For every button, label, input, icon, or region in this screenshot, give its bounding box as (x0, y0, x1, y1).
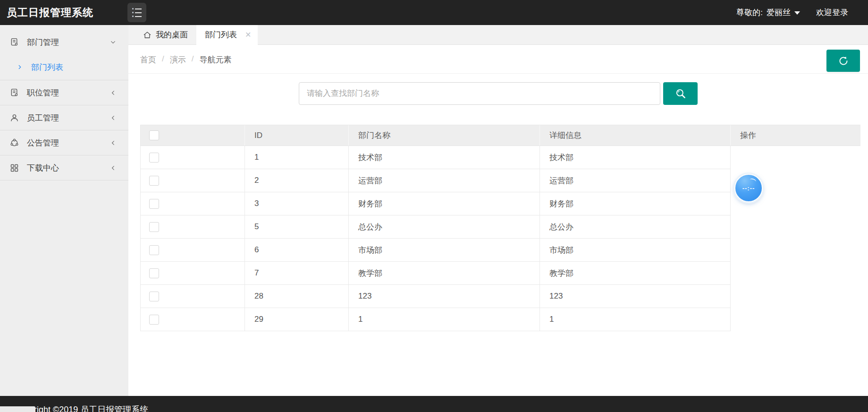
cell-info: 市场部 (540, 239, 731, 262)
breadcrumb: 首页/演示/导航元素 (140, 54, 231, 65)
chevron-left-icon (110, 165, 116, 171)
table-wrap: ID部门名称详细信息操作 1技术部技术部2运营部运营部3财务部财务部5总公办总公… (140, 125, 860, 331)
cell-operations (731, 215, 860, 239)
cell-info: 1 (540, 308, 731, 331)
username: 爱丽丝 (767, 7, 791, 18)
department-table: ID部门名称详细信息操作 1技术部技术部2运营部运营部3财务部财务部5总公办总公… (140, 125, 860, 331)
chevron-down-icon (110, 39, 116, 45)
contacts-icon (9, 37, 19, 47)
cell-name: 财务部 (349, 192, 540, 215)
cell-operations (731, 285, 860, 308)
row-checkbox[interactable] (149, 292, 159, 301)
chevron-left-icon (110, 90, 116, 96)
cell-name: 总公办 (349, 215, 540, 239)
cell-name: 技术部 (349, 146, 540, 169)
cell-info: 教学部 (540, 262, 731, 285)
row-select-cell (141, 239, 245, 262)
close-icon[interactable]: ✕ (245, 30, 251, 39)
cell-id: 6 (245, 239, 349, 262)
cell-operations (731, 262, 860, 285)
sidebar-item-下载中心[interactable]: 下载中心 (0, 155, 128, 180)
column-header: 详细信息 (540, 125, 731, 146)
chevron-right-icon (17, 64, 23, 70)
table-row: 1技术部技术部 (141, 146, 860, 169)
breadcrumb-separator: / (192, 54, 194, 65)
menu-group: 部门管理 部门列表 (0, 25, 128, 80)
app-window: 员工日报管理系统 尊敬的: 爱丽丝 欢迎登录 部门管理 部门列表 职位管理 (0, 0, 868, 412)
refresh-icon (838, 55, 849, 67)
header-select-cell (141, 125, 245, 146)
cell-name: 1 (349, 308, 540, 331)
column-header: 操作 (731, 125, 860, 146)
column-header: ID (245, 125, 349, 146)
row-select-cell (141, 308, 245, 331)
cell-info: 运营部 (540, 169, 731, 192)
table-row: 5总公办总公办 (141, 215, 860, 239)
sidebar-item-员工管理[interactable]: 员工管理 (0, 105, 128, 130)
search-button[interactable] (663, 82, 698, 105)
cell-id: 28 (245, 285, 349, 308)
cell-name: 市场部 (349, 239, 540, 262)
row-select-cell (141, 285, 245, 308)
sidebar-item-部门管理[interactable]: 部门管理 (0, 30, 128, 54)
cell-name: 运营部 (349, 169, 540, 192)
clock-widget[interactable]: --:-- (734, 174, 763, 202)
row-checkbox[interactable] (149, 176, 159, 186)
welcome-login-link[interactable]: 欢迎登录 (816, 7, 848, 18)
cell-info: 技术部 (540, 146, 731, 169)
share-icon (9, 138, 19, 148)
cell-id: 7 (245, 262, 349, 285)
cell-name: 教学部 (349, 262, 540, 285)
sidebar-toggle-button[interactable] (127, 3, 146, 22)
menu-group: 员工管理 (0, 105, 128, 130)
cell-operations (731, 239, 860, 262)
search-icon (674, 87, 687, 100)
app-title: 员工日报管理系统 (7, 6, 93, 20)
chevron-left-icon (110, 140, 116, 146)
cell-info: 总公办 (540, 215, 731, 239)
sidebar-subitem-部门列表[interactable]: 部门列表 (0, 54, 128, 80)
breadcrumb-link[interactable]: 首页 (140, 54, 156, 65)
refresh-button[interactable] (826, 50, 860, 72)
footer: Copyright ©2019 员工日报管理系统 (0, 396, 868, 412)
sidebar: 部门管理 部门列表 职位管理 员工管理 公告管理 下载中心 (0, 25, 128, 396)
row-checkbox[interactable] (149, 153, 159, 163)
clock-text: --:-- (742, 185, 755, 192)
row-select-cell (141, 169, 245, 192)
menu-group: 职位管理 (0, 80, 128, 105)
row-checkbox[interactable] (149, 268, 159, 278)
table-row: 28123123 (141, 285, 860, 308)
list-icon (132, 8, 142, 9)
row-checkbox[interactable] (149, 222, 159, 232)
topbar-right: 尊敬的: 爱丽丝 欢迎登录 (736, 0, 848, 25)
row-checkbox[interactable] (149, 315, 159, 325)
caret-down-icon (794, 11, 800, 15)
breadcrumb-row: 首页/演示/导航元素 (128, 45, 868, 74)
user-dropdown[interactable]: 尊敬的: 爱丽丝 (736, 7, 800, 18)
cell-id: 5 (245, 215, 349, 239)
cell-id: 3 (245, 192, 349, 215)
cell-info: 财务部 (540, 192, 731, 215)
cell-id: 2 (245, 169, 349, 192)
menu-group: 下载中心 (0, 155, 128, 180)
grid-icon (9, 163, 19, 173)
row-checkbox[interactable] (149, 245, 159, 255)
row-checkbox[interactable] (149, 199, 159, 209)
cell-operations (731, 146, 860, 169)
tab-部门列表[interactable]: 部门列表✕ (196, 25, 258, 45)
breadcrumb-current: 导航元素 (199, 54, 231, 65)
main-content: 我的桌面部门列表✕ 首页/演示/导航元素 ID部门名称详细信息操作 1技术部技术… (128, 25, 868, 396)
menu-group: 公告管理 (0, 130, 128, 155)
sidebar-item-公告管理[interactable]: 公告管理 (0, 130, 128, 155)
tab-我的桌面[interactable]: 我的桌面 (135, 25, 196, 44)
greeting-prefix: 尊敬的: (736, 7, 763, 18)
topbar: 员工日报管理系统 尊敬的: 爱丽丝 欢迎登录 (0, 0, 868, 25)
breadcrumb-link[interactable]: 演示 (170, 54, 186, 65)
sidebar-item-职位管理[interactable]: 职位管理 (0, 80, 128, 105)
row-select-cell (141, 215, 245, 239)
select-all-checkbox[interactable] (149, 130, 159, 140)
cell-name: 123 (349, 285, 540, 308)
row-select-cell (141, 192, 245, 215)
cell-id: 29 (245, 308, 349, 331)
search-input[interactable] (299, 82, 660, 105)
